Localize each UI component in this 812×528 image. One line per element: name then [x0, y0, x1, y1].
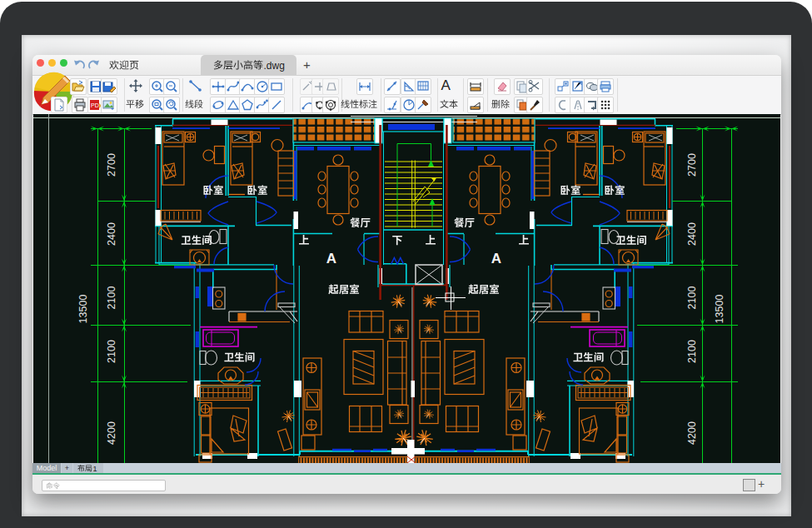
svg-text:13500: 13500	[77, 295, 89, 324]
svg-text:2700: 2700	[106, 153, 117, 177]
svg-text:A: A	[491, 251, 501, 266]
svg-text:2100: 2100	[686, 286, 698, 310]
svg-text:2100: 2100	[686, 340, 698, 363]
svg-text:PD: PD	[91, 102, 99, 108]
svg-text:.dwg: .dwg	[264, 60, 285, 72]
svg-text:13500: 13500	[714, 295, 725, 324]
svg-text:2400: 2400	[686, 222, 698, 246]
svg-text:2100: 2100	[106, 340, 117, 363]
svg-text:2400: 2400	[106, 222, 117, 246]
svg-text:2100: 2100	[106, 286, 117, 310]
svg-text:1: 1	[93, 465, 97, 473]
svg-text:4200: 4200	[686, 421, 698, 445]
svg-text:2700: 2700	[686, 153, 698, 177]
svg-text:A: A	[326, 251, 336, 266]
svg-text:4200: 4200	[106, 421, 117, 445]
